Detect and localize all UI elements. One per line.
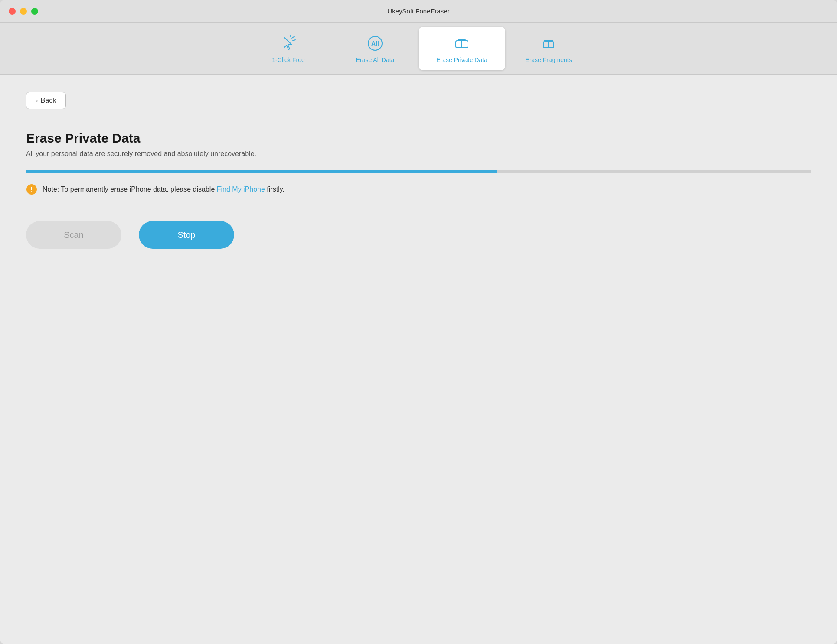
svg-rect-11 [31, 187, 32, 190]
app-window: UkeySoft FoneEraser 1-Click Free All Era… [0, 0, 837, 644]
titlebar: UkeySoft FoneEraser [0, 0, 837, 23]
maximize-button[interactable] [31, 8, 38, 15]
back-button[interactable]: ‹ Back [26, 92, 66, 109]
svg-text:All: All [371, 40, 379, 47]
note-prefix: Note: To permanently erase iPhone data, … [43, 185, 217, 193]
action-buttons: Scan Stop [26, 221, 811, 249]
scan-button[interactable]: Scan [26, 221, 121, 249]
svg-rect-12 [31, 191, 32, 192]
note-text: Note: To permanently erase iPhone data, … [43, 185, 284, 193]
page-subtitle: All your personal data are securely remo… [26, 150, 811, 158]
back-arrow-icon: ‹ [36, 97, 38, 104]
main-content: ‹ Back Erase Private Data All your perso… [0, 75, 837, 644]
erase-fragments-icon [539, 34, 558, 53]
tabbar: 1-Click Free All Erase All Data Erase Pr… [0, 23, 837, 75]
erase-private-icon [452, 34, 471, 53]
back-button-label: Back [41, 97, 56, 104]
tab-one-click-free[interactable]: 1-Click Free [245, 27, 332, 70]
svg-line-0 [292, 36, 294, 38]
note-suffix: firstly. [265, 185, 284, 193]
progress-bar-fill [26, 170, 497, 173]
tab-erase-private-data-label: Erase Private Data [436, 56, 487, 63]
close-button[interactable] [9, 8, 16, 15]
erase-all-icon: All [366, 34, 385, 53]
tab-erase-fragments-label: Erase Fragments [525, 56, 572, 63]
svg-line-1 [293, 40, 295, 41]
tab-one-click-free-label: 1-Click Free [272, 56, 304, 63]
minimize-button[interactable] [20, 8, 27, 15]
svg-line-2 [290, 35, 291, 36]
tab-erase-all-data-label: Erase All Data [356, 56, 395, 63]
window-title: UkeySoft FoneEraser [387, 7, 449, 15]
page-title: Erase Private Data [26, 131, 811, 146]
stop-button[interactable]: Stop [139, 221, 234, 249]
tab-erase-private-data[interactable]: Erase Private Data [418, 27, 505, 70]
find-my-iphone-link[interactable]: Find My iPhone [217, 185, 265, 193]
progress-bar-container [26, 170, 811, 173]
tab-erase-fragments[interactable]: Erase Fragments [505, 27, 592, 70]
window-controls [9, 8, 38, 15]
note-area: Note: To permanently erase iPhone data, … [26, 184, 811, 195]
cursor-icon [279, 34, 298, 53]
warning-icon [26, 184, 37, 195]
tab-erase-all-data[interactable]: All Erase All Data [332, 27, 418, 70]
